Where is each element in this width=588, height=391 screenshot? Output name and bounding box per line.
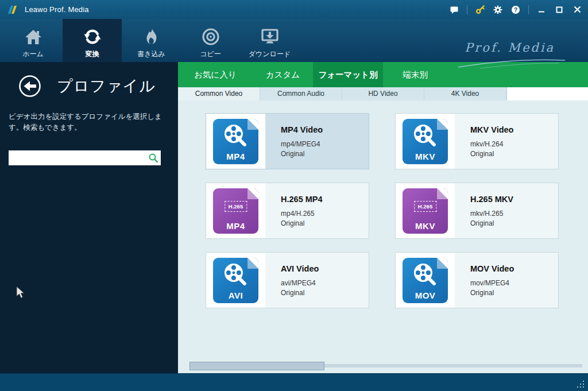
minimize-button[interactable] bbox=[536, 5, 547, 15]
card-format: avi/MPEG4 bbox=[281, 279, 369, 287]
card-format: mkv/H.264 bbox=[470, 140, 558, 148]
search-input[interactable] bbox=[9, 150, 146, 165]
convert-icon bbox=[83, 26, 102, 47]
category-tabs: お気に入り カスタム フォーマット別 端末別 bbox=[178, 62, 588, 87]
main-navbar: ホーム 変換 書き込み bbox=[0, 19, 588, 62]
message-icon[interactable] bbox=[449, 5, 459, 15]
horizontal-scrollbar-thumb[interactable] bbox=[189, 362, 324, 370]
card-quality: Original bbox=[281, 150, 369, 158]
profile-cards-area: MP4 MP4 Video mp4/MPEG4 Original bbox=[178, 100, 588, 373]
profile-card-h265-mp4[interactable]: H.265 MP4 H.265 MP4 mp4/H.265 Original bbox=[206, 183, 369, 239]
subtab-4k-video[interactable]: 4K Video bbox=[424, 87, 506, 100]
mkv-file-icon: MKV bbox=[403, 119, 448, 164]
key-icon[interactable] bbox=[475, 5, 485, 15]
card-quality: Original bbox=[470, 289, 558, 297]
card-title: H.265 MP4 bbox=[281, 195, 369, 204]
svg-text:?: ? bbox=[514, 6, 517, 13]
app-title: Leawo Prof. Media bbox=[25, 5, 89, 14]
titlebar: Leawo Prof. Media bbox=[0, 0, 588, 19]
nav-item-burn[interactable]: 書き込み bbox=[122, 19, 181, 62]
mov-file-icon: MOV bbox=[403, 258, 448, 303]
card-title: MOV Video bbox=[470, 264, 558, 273]
card-title: H.265 MKV bbox=[470, 195, 558, 204]
card-quality: Original bbox=[470, 219, 558, 227]
app-window: Leawo Prof. Media bbox=[0, 0, 588, 391]
avi-file-icon: AVI bbox=[213, 258, 258, 303]
disc-icon bbox=[202, 26, 220, 47]
h265-mkv-file-icon: H.265 MKV bbox=[403, 188, 448, 234]
card-title: MKV Video bbox=[470, 125, 558, 134]
tab-by-device[interactable]: 端末別 bbox=[383, 62, 447, 87]
nav-item-copy[interactable]: コピー bbox=[181, 19, 240, 62]
format-subtabs: Common Video Common Audio HD Video 4K Vi… bbox=[178, 87, 588, 100]
profile-card-avi[interactable]: AVI AVI Video avi/MPEG4 Original bbox=[206, 252, 369, 308]
mp4-file-icon: MP4 bbox=[213, 119, 258, 164]
card-format: mkv/H.265 bbox=[470, 210, 558, 218]
profile-card-mkv[interactable]: MKV MKV Video mkv/H.264 Original bbox=[395, 113, 559, 169]
resize-grip[interactable] bbox=[576, 380, 585, 388]
titlebar-separator bbox=[467, 5, 467, 14]
download-icon bbox=[260, 26, 280, 47]
profile-sidebar: プロファイル ビデオ出力を設定するプロファイルを選択します。検索もできます。 bbox=[0, 62, 178, 373]
subtab-hd-video[interactable]: HD Video bbox=[342, 87, 424, 100]
titlebar-separator bbox=[528, 5, 529, 14]
profile-card-mov[interactable]: MOV MOV Video mov/MPEG4 Original bbox=[395, 252, 559, 308]
card-title: AVI Video bbox=[281, 264, 369, 273]
close-button[interactable] bbox=[572, 5, 582, 15]
gear-icon[interactable] bbox=[493, 5, 503, 15]
tab-custom[interactable]: カスタム bbox=[253, 62, 313, 87]
nav-item-download[interactable]: ダウンロード bbox=[240, 19, 299, 62]
subtab-common-audio[interactable]: Common Audio bbox=[260, 87, 342, 100]
home-icon bbox=[24, 26, 43, 47]
profile-card-h265-mkv[interactable]: H.265 MKV H.265 MKV mkv/H.265 Original bbox=[395, 183, 559, 239]
sidebar-description: ビデオ出力を設定するプロファイルを選択します。検索もできます。 bbox=[9, 111, 169, 134]
card-format: mp4/MPEG4 bbox=[281, 140, 369, 148]
nav-item-convert[interactable]: 変換 bbox=[63, 19, 122, 62]
profile-card-mp4[interactable]: MP4 MP4 Video mp4/MPEG4 Original bbox=[206, 113, 369, 169]
card-format: mp4/H.265 bbox=[281, 210, 369, 218]
card-quality: Original bbox=[470, 150, 558, 158]
subtab-filler bbox=[506, 87, 588, 100]
search-icon[interactable] bbox=[146, 152, 161, 164]
card-quality: Original bbox=[281, 219, 369, 227]
sidebar-title: プロファイル bbox=[57, 76, 156, 96]
brand-script: Prof. Media bbox=[465, 41, 555, 55]
leawo-logo-icon bbox=[7, 5, 20, 15]
help-icon[interactable]: ? bbox=[510, 5, 521, 15]
status-bar bbox=[0, 373, 588, 391]
card-title: MP4 Video bbox=[281, 125, 369, 134]
h265-mp4-file-icon: H.265 MP4 bbox=[213, 188, 258, 234]
nav-item-home[interactable]: ホーム bbox=[3, 19, 63, 62]
tab-favorites[interactable]: お気に入り bbox=[178, 62, 253, 87]
maximize-button[interactable] bbox=[554, 5, 564, 15]
flame-icon bbox=[142, 26, 161, 47]
subtab-common-video[interactable]: Common Video bbox=[178, 87, 260, 100]
back-button[interactable] bbox=[18, 75, 41, 98]
card-quality: Original bbox=[281, 289, 369, 297]
tab-by-format[interactable]: フォーマット別 bbox=[313, 62, 383, 87]
content-panel: お気に入り カスタム フォーマット別 端末別 Common Video Comm… bbox=[178, 62, 588, 373]
card-format: mov/MPEG4 bbox=[470, 279, 558, 287]
profile-search-box bbox=[9, 150, 161, 165]
